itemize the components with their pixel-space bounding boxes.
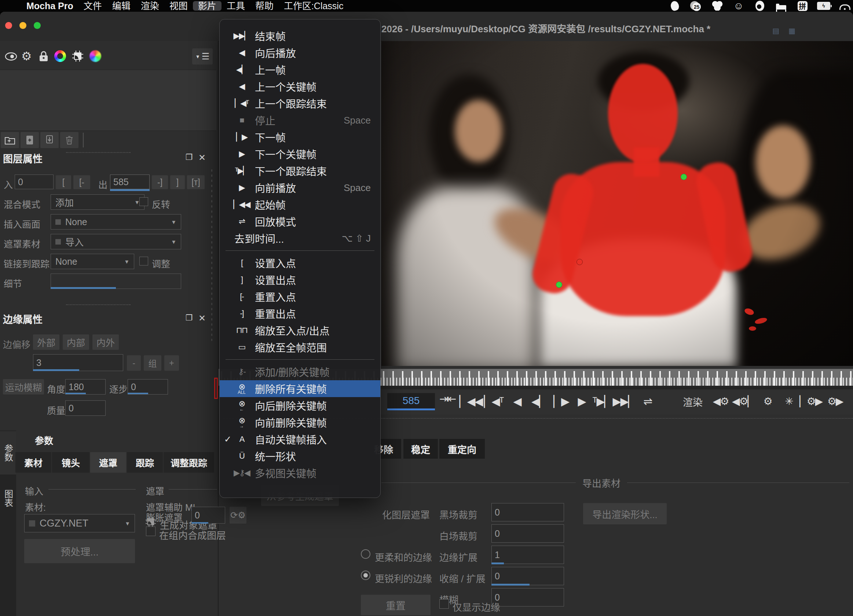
dilate-mask-field[interactable]: 0 <box>191 507 225 523</box>
record-icon[interactable] <box>753 0 766 12</box>
viewer-canvas[interactable] <box>381 41 853 366</box>
bed-icon[interactable] <box>774 0 788 12</box>
set-out-button[interactable]: ] <box>170 175 185 189</box>
set-t-button[interactable]: [ᴛ] <box>187 175 205 189</box>
rainbow-ring-icon[interactable] <box>54 50 66 62</box>
menu-item-delete-keyframes-forwards[interactable]: ⊗→向前删除关键帧 <box>220 414 380 431</box>
minimize-window-button[interactable] <box>20 22 26 29</box>
menubar-item-7[interactable]: 工作区:Classic <box>279 1 349 11</box>
reset-in-button[interactable]: [- <box>73 175 90 189</box>
track-forward-one-frame-button[interactable]: ▏⚙▶ <box>800 391 821 411</box>
edge-offset-2[interactable]: 内外 <box>93 334 119 350</box>
reset-out-button[interactable]: -] <box>152 175 168 189</box>
mask-settings-gear-icon[interactable]: ⟳⚙ <box>229 507 246 523</box>
menu-item-add-delete-keyframe[interactable]: ⚷-添加/删除关键帧 <box>220 363 380 380</box>
menubar-item-0[interactable]: 文件 <box>79 1 107 11</box>
white-clip-field[interactable]: 0 <box>492 524 564 543</box>
menubar-item-4[interactable]: 影片 <box>193 1 222 11</box>
new-group-button[interactable] <box>1 132 19 148</box>
lock-icon[interactable] <box>38 51 49 62</box>
visibility-eye-icon[interactable] <box>5 51 18 62</box>
window-tool-icon-2[interactable]: ▦ <box>788 26 795 35</box>
menu-item-previous-frame[interactable]: ◀▏上一帧 <box>220 61 380 78</box>
menubar-item-3[interactable]: 视图 <box>164 1 193 11</box>
menubar-item-2[interactable]: 渲染 <box>136 1 164 11</box>
panel-resize-grip[interactable] <box>211 169 212 342</box>
edge-offset-1[interactable]: 内部 <box>63 334 89 350</box>
step-field[interactable]: 0 <box>127 379 168 394</box>
menu-item-zoom-to-in-out[interactable]: ⊓⊓缩放至入点/出点 <box>220 322 380 339</box>
menu-item-multiview-keyframes[interactable]: ▶⚷◀多视图关键帧 <box>220 464 380 481</box>
next-track-end-button[interactable]: ᵀ▶▏ <box>592 391 612 411</box>
clip-dropdown[interactable]: CGZY.NET▼ <box>24 514 135 533</box>
menu-item-go-to-time[interactable]: 去到时间...⌥ ⇧ J <box>220 230 380 247</box>
matte-clip-dropdown[interactable]: 导入▼ <box>51 234 181 249</box>
side-tab-parameters[interactable]: 参数 <box>0 431 16 475</box>
menu-item-next-keyframe[interactable]: ▶下一个关键帧 <box>220 146 380 162</box>
menu-item-delete-all-keyframes[interactable]: ⊗ALL删除所有关键帧 <box>220 380 380 397</box>
menu-item-playback-mode[interactable]: ⇌回放模式 <box>220 213 380 230</box>
float-panel-icon[interactable]: ❐ <box>185 153 193 162</box>
go-to-end-button[interactable]: ▶▶▏ <box>614 391 634 411</box>
app-menu-mocha-pro[interactable]: Mocha Pro <box>21 1 79 11</box>
edge-plus-button[interactable]: + <box>164 355 179 371</box>
menu-item-previous-track-end[interactable]: ▏◀ᵀ上一个跟踪结束 <box>220 95 380 112</box>
menu-item-zoom-to-full-range[interactable]: ▭缩放至全帧范围 <box>220 339 380 356</box>
insert-clip-dropdown[interactable]: None▼ <box>51 214 181 229</box>
tracking-settings-button[interactable]: ⚙ <box>757 391 778 411</box>
chip-matte-icon[interactable] <box>72 50 83 62</box>
param-tab-1[interactable]: 镜头 <box>52 452 90 473</box>
invert-checkbox[interactable] <box>140 197 148 206</box>
edge-minus-button[interactable]: - <box>127 355 141 371</box>
menu-item-reset-out-point[interactable]: -]重置出点 <box>220 305 380 322</box>
menu-item-play-forward[interactable]: ▶向前播放Space <box>220 179 380 196</box>
blur-field[interactable]: 0 <box>492 588 564 607</box>
shape-tool-icon[interactable] <box>668 0 681 12</box>
new-layer-button[interactable] <box>21 132 39 148</box>
edge-offset-0[interactable]: 外部 <box>33 334 59 350</box>
menubar-item-5[interactable]: 工具 <box>222 1 250 11</box>
track-stop-button[interactable]: ✳ <box>778 391 800 411</box>
reset-button[interactable]: 重置 <box>361 595 431 615</box>
menubar-item-6[interactable]: 帮助 <box>250 1 279 11</box>
battery-charging-icon[interactable]: ϟ <box>817 0 830 12</box>
composite-in-group-checkbox[interactable] <box>146 526 155 536</box>
color-wheel-icon[interactable] <box>90 50 101 62</box>
module-tab-2[interactable]: 重定向 <box>439 439 485 459</box>
set-in-button[interactable]: [ <box>56 175 71 189</box>
softer-edges-radio[interactable] <box>361 549 370 559</box>
blend-mode-dropdown[interactable]: 添加▼ <box>51 194 144 210</box>
side-tab-chart[interactable]: 图表 <box>0 477 16 520</box>
layer-list[interactable] <box>0 70 216 131</box>
menu-item-set-in-point[interactable]: [设置入点 <box>220 255 380 272</box>
motion-blur-button[interactable]: 运动模糊 <box>3 379 44 394</box>
edge-expand-field[interactable]: 1 <box>492 546 564 564</box>
menu-item-next-track-end[interactable]: ᵀ▶▏下一个跟踪结束 <box>220 162 380 179</box>
current-frame-field[interactable]: 585 <box>387 393 435 408</box>
track-backwards-one-frame-button[interactable]: ◀⚙▏ <box>733 391 754 411</box>
next-frame-button[interactable]: ▏▶ <box>551 391 571 411</box>
menubar-item-1[interactable]: 编辑 <box>107 1 136 11</box>
menu-item-uniform-shape[interactable]: Ü统一形状 <box>220 448 380 464</box>
param-tab-4[interactable]: 调整跟踪 <box>164 452 214 473</box>
param-tab-2[interactable]: 遮罩 <box>90 452 126 473</box>
track-backwards-button[interactable]: ◀⚙ <box>710 391 731 411</box>
close-panel-icon[interactable]: ✕ <box>199 313 206 323</box>
preprocess-button[interactable]: 预处理... <box>24 539 135 563</box>
detail-slider[interactable] <box>51 273 181 289</box>
menu-item-previous-keyframe[interactable]: ◀上一个关键帧 <box>220 78 380 95</box>
go-to-start-button[interactable]: ▏◀◀ <box>461 391 481 411</box>
window-title-bar[interactable]: 2026 - /Users/muyu/Desktop/CG 资源网安装包 /re… <box>0 12 853 41</box>
play-forward-button[interactable]: ▶ <box>571 391 592 411</box>
menu-item-end-frame[interactable]: ▶▶▏结束帧 <box>220 27 380 44</box>
menu-item-start-frame[interactable]: ▏◀◀起始帧 <box>220 196 380 213</box>
menu-item-reset-in-point[interactable]: [-重置入点 <box>220 288 380 305</box>
previous-frame-button[interactable]: ◀▏ <box>529 391 549 411</box>
delete-layer-button[interactable] <box>60 132 79 148</box>
angle-field[interactable]: 180 <box>65 379 106 394</box>
edge-width-field[interactable]: 3 <box>33 354 123 371</box>
zoom-to-frame-icon[interactable]: ⇥⇤ <box>439 392 455 405</box>
menu-item-stop[interactable]: ■停止Space <box>220 112 380 129</box>
link-to-track-dropdown[interactable]: None▼ <box>51 254 134 269</box>
window-tool-icon-1[interactable]: ▤ <box>772 26 779 35</box>
